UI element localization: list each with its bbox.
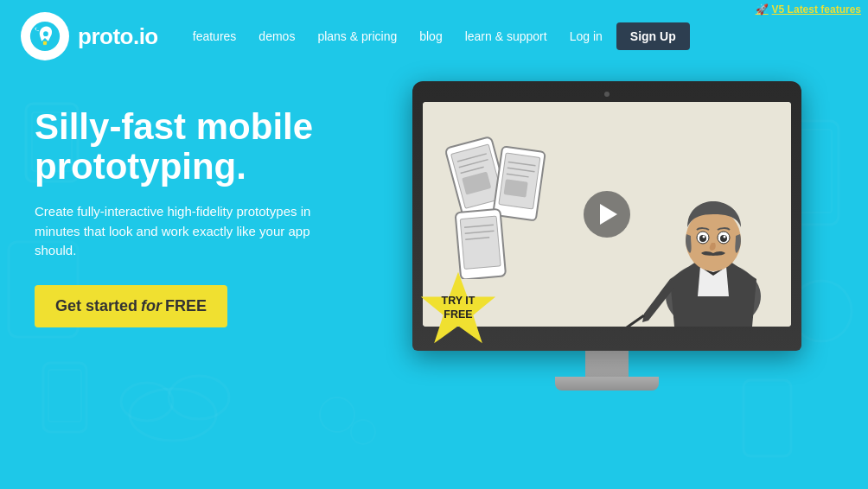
svg-text:FREE: FREE	[444, 308, 472, 321]
monitor-camera	[604, 92, 610, 97]
hero-subtitle: Create fully-interactive high-fidelity p…	[35, 202, 311, 261]
signup-button[interactable]: Sign Up	[616, 22, 690, 50]
rocket-icon: 🚀	[756, 3, 769, 16]
svg-rect-30	[460, 216, 501, 269]
svg-point-3	[130, 389, 216, 441]
nav-learn-support[interactable]: learn & support	[456, 24, 556, 48]
logo-area[interactable]: proto.io	[21, 12, 158, 60]
svg-point-13	[351, 420, 375, 444]
main-content: Silly-fast mobile prototyping. Create fu…	[0, 73, 868, 391]
cta-text-after: FREE	[165, 297, 207, 315]
play-icon	[600, 204, 617, 225]
svg-point-16	[36, 28, 40, 31]
svg-point-12	[320, 397, 354, 432]
svg-point-41	[703, 236, 705, 238]
logo-icon	[21, 12, 69, 60]
svg-text:TRY IT: TRY IT	[442, 295, 475, 307]
login-link[interactable]: Log in	[561, 24, 611, 48]
nav-features[interactable]: features	[184, 24, 246, 48]
svg-rect-28	[504, 179, 528, 197]
cta-text-before: Get started	[55, 297, 137, 315]
monitor-stand-neck	[585, 351, 629, 377]
svg-rect-11	[744, 380, 791, 456]
main-nav: features demos plans & pricing blog lear…	[184, 22, 847, 50]
svg-point-42	[724, 236, 726, 238]
cta-button[interactable]: Get started for FREE	[35, 285, 227, 327]
svg-line-43	[610, 315, 644, 327]
nav-plans-pricing[interactable]: plans & pricing	[309, 24, 405, 48]
play-button[interactable]	[584, 191, 630, 238]
hero-title: Silly-fast mobile prototyping.	[35, 107, 380, 187]
nav-blog[interactable]: blog	[411, 24, 450, 48]
sketch-phones	[427, 106, 574, 279]
monitor-stand-base	[555, 377, 659, 391]
hero-section: Silly-fast mobile prototyping. Create fu…	[35, 90, 380, 327]
cta-text-italic: for	[141, 297, 162, 315]
svg-point-15	[43, 31, 48, 36]
nav-demos[interactable]: demos	[250, 24, 303, 48]
header: 🚀 V5 Latest features proto.io features d	[0, 0, 868, 73]
v5-latest-badge[interactable]: 🚀 V5 Latest features	[756, 3, 861, 16]
try-it-free-badge[interactable]: TRY IT FREE	[417, 268, 500, 351]
monitor-area: TRY IT FREE	[380, 81, 833, 391]
site-name: proto.io	[78, 23, 158, 50]
